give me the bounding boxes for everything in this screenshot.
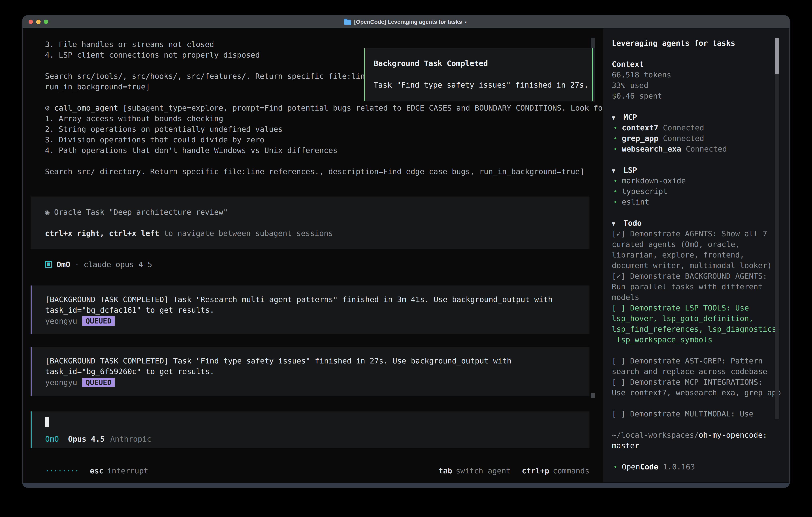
spinner-dots: ········ (45, 466, 79, 475)
session-sidebar: Leveraging agents for tasks Context 66,5… (603, 28, 789, 483)
tool-call-line: 2. String operations on potentially unde… (45, 124, 603, 135)
close-button[interactable] (29, 20, 33, 24)
gear-icon: ⚙ (45, 104, 50, 112)
mcp-section-header[interactable]: ▼MCP (612, 112, 637, 123)
status-dot-icon: • (612, 462, 622, 472)
minimize-button[interactable] (36, 20, 40, 24)
tool-call-line: 3. Division operations that could divide… (45, 135, 603, 145)
tool-args: [subagent_type=explore, prompt=Find pote… (118, 104, 603, 112)
notification-title: Background Task Completed (374, 58, 592, 69)
todo-item-current: [ ] Demonstrate LSP TOOLS: Use lsp_hover… (612, 303, 784, 345)
oracle-task-title-line: ◉ Oracle Task "Deep architecture review" (45, 207, 589, 218)
status-dot-icon: • (612, 176, 622, 186)
todo-section-header[interactable]: ▼Todo (612, 218, 642, 229)
hint-shortcut-keys: ctrl+x right, ctrl+x left (45, 229, 159, 238)
prompt-input[interactable]: OmO Opus 4.5 Anthropic (31, 411, 589, 448)
message-author: yeongyu (45, 317, 77, 325)
scrollback-text: 3. File handles or streams not closed 4.… (45, 39, 370, 92)
version-number: 1.0.163 (663, 462, 695, 471)
input-meta: OmO Opus 4.5 Anthropic (45, 435, 151, 443)
context-heading: Context (612, 59, 644, 70)
window-title-area: [OpenCode] Leveraging agents for tasks ◐ (23, 16, 789, 28)
scrollback-line: run_in_background=true] (45, 82, 370, 92)
todo-item-done: [✓] Demonstrate BACKGROUND AGENTS: Run p… (612, 271, 784, 303)
scrollback-line: 4. LSP client connections not properly d… (45, 50, 370, 60)
esc-key-hint: esc (90, 466, 104, 475)
moon-phase-icon: ◐ (465, 19, 468, 25)
status-dot-icon: • (612, 123, 622, 133)
message-meta: yeongyu QUEUED (45, 377, 589, 388)
background-task-message: [BACKGROUND TASK COMPLETED] Task "Find t… (31, 347, 589, 396)
status-bar: ········ esc interrupt tab switch agent … (45, 465, 589, 476)
todo-item-pending: [ ] Demonstrate MCP INTEGRATIONS: Use co… (612, 377, 784, 398)
chevron-down-icon: ▼ (612, 218, 624, 229)
tool-call-line (45, 156, 603, 166)
notification-body: Task "Find type safety issues" finished … (374, 80, 592, 90)
mcp-item: •websearch_exa Connected (612, 144, 727, 155)
oracle-hint-line: ctrl+x right, ctrl+x left to navigate be… (45, 228, 589, 239)
ctrlp-key-hint: ctrl+p (522, 466, 549, 475)
tool-name: call_omo_agent (54, 104, 118, 112)
tool-call-line: 1. Array access without bounds checking (45, 113, 603, 124)
esc-key-label: interrupt (107, 466, 148, 475)
version-line: •OpenCode 1.0.163 (612, 462, 695, 472)
scrollback-line (45, 60, 370, 71)
chevron-down-icon: ▼ (612, 165, 624, 176)
scrollback-line: 3. File handles or streams not closed (45, 39, 370, 50)
lsp-item: •typescript (612, 186, 668, 197)
workspace-branch: master (612, 440, 639, 451)
message-text: [BACKGROUND TASK COMPLETED] Task "Resear… (45, 294, 589, 316)
message-text: [BACKGROUND TASK COMPLETED] Task "Find t… (45, 356, 589, 377)
lsp-heading: LSP (624, 166, 637, 174)
context-used: 33% used (612, 80, 648, 91)
status-dot-icon: • (612, 144, 622, 155)
scrollback-line: Search src/tools/, src/hooks/, src/featu… (45, 71, 370, 82)
toast-notification[interactable]: Background Task Completed Task "Find typ… (364, 48, 593, 101)
todo-item-pending: [ ] Demonstrate MULTIMODAL: Use (612, 409, 784, 419)
lsp-section-header[interactable]: ▼LSP (612, 165, 637, 176)
agent-header: OmO · claude-opus-4-5 (45, 259, 152, 270)
oracle-task-panel: ◉ Oracle Task "Deep architecture review"… (31, 196, 589, 249)
sidebar-scrollbar-track[interactable] (775, 38, 779, 419)
todo-item-pending: [ ] Demonstrate AST-GREP: Pattern search… (612, 356, 784, 377)
todo-list: [✓] Demonstrate AGENTS: Show all 7 curat… (612, 228, 784, 419)
hint-text: to navigate between subagent sessions (159, 229, 333, 238)
workspace-path: ~/local-workspaces/oh-my-opencode: (612, 430, 767, 440)
todo-heading: Todo (624, 219, 642, 227)
input-model-name: Opus 4.5 (68, 435, 105, 443)
tab-key-label: switch agent (456, 466, 511, 475)
traffic-lights (29, 20, 48, 24)
context-spent: $0.46 spent (612, 91, 662, 101)
queued-badge: QUEUED (82, 316, 115, 326)
background-task-message: [BACKGROUND TASK COMPLETED] Task "Resear… (31, 285, 589, 334)
input-agent-name: OmO (45, 435, 59, 443)
status-dot-icon: • (612, 186, 622, 197)
input-provider-name: Anthropic (110, 435, 151, 443)
message-author: yeongyu (45, 378, 77, 387)
mcp-item: •context7 Connected (612, 123, 704, 133)
lsp-item: •eslint (612, 197, 649, 208)
chat-scrollbar-thumb-top[interactable] (590, 37, 594, 48)
status-dot-icon: • (612, 197, 622, 208)
chat-scrollbar-thumb[interactable] (590, 393, 594, 398)
ctrlp-key-label: commands (553, 466, 589, 475)
window-title: [OpenCode] Leveraging agents for tasks (354, 19, 462, 25)
zoom-button[interactable] (44, 20, 48, 24)
separator-dot: · (75, 260, 79, 269)
chat-pane: 3. File handles or streams not closed 4.… (23, 28, 603, 483)
status-dot-icon: • (612, 133, 622, 144)
titlebar: [OpenCode] Leveraging agents for tasks ◐ (23, 16, 789, 28)
status-bar-right: tab switch agent ctrl+p commands (439, 466, 590, 475)
window-bottom-edge (23, 483, 789, 487)
message-meta: yeongyu QUEUED (45, 316, 589, 326)
queued-badge: QUEUED (82, 378, 115, 387)
oracle-task-title: Oracle Task "Deep architecture review" (50, 208, 228, 217)
sidebar-scrollbar-thumb[interactable] (775, 38, 779, 74)
agent-name: OmO (57, 260, 70, 269)
chevron-down-icon: ▼ (612, 112, 624, 123)
mcp-item: •grep_app Connected (612, 133, 704, 144)
folder-icon (344, 20, 351, 25)
terminal-window: [OpenCode] Leveraging agents for tasks ◐… (23, 16, 789, 487)
tool-call-block: ⚙ call_omo_agent [subagent_type=explore,… (45, 103, 603, 177)
todo-item-done: [✓] Demonstrate AGENTS: Show all 7 curat… (612, 228, 784, 271)
